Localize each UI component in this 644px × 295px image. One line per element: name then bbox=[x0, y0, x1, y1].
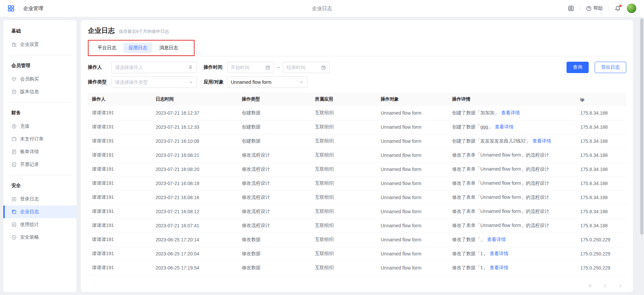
cell-app: 互联组织 bbox=[311, 233, 377, 247]
sidebar: 基础企业设置会员管理会员购买版本信息财务充值未支付订单账单详情开票记录安全登录日… bbox=[3, 20, 76, 292]
login-log-icon bbox=[11, 196, 17, 202]
sidebar-item-label: 开票记录 bbox=[20, 162, 39, 168]
sidebar-item-enterprise-log[interactable]: 企业日志 bbox=[3, 205, 76, 218]
sidebar-item-version-info[interactable]: 版本信息 bbox=[3, 85, 76, 98]
app-object-select[interactable] bbox=[227, 76, 308, 88]
app-object-select-input[interactable] bbox=[231, 79, 297, 85]
operator-select[interactable] bbox=[111, 62, 197, 73]
range-separator: ~ bbox=[277, 65, 280, 70]
notifications-button[interactable] bbox=[614, 5, 621, 12]
cell-app: 互联组织 bbox=[311, 134, 377, 148]
next-page-button[interactable] bbox=[618, 283, 623, 288]
cell-operator: 谭谭谭191 bbox=[88, 148, 152, 162]
sidebar-item-member-purchase[interactable]: 会员购买 bbox=[3, 73, 76, 85]
sidebar-item-usage-stats[interactable]: 使用统计 bbox=[3, 218, 76, 231]
sidebar-item-recharge[interactable]: 充值 bbox=[3, 120, 76, 133]
sidebar-item-company-settings[interactable]: 企业设置 bbox=[3, 38, 76, 51]
window-scrollbar-thumb[interactable] bbox=[640, 18, 643, 235]
cell-operator: 谭谭谭191 bbox=[88, 106, 152, 120]
type-select[interactable] bbox=[111, 76, 197, 88]
export-log-button[interactable]: 导出日志 bbox=[595, 62, 626, 73]
sidebar-item-label: 版本信息 bbox=[20, 89, 39, 95]
contact-book-icon[interactable] bbox=[568, 5, 574, 12]
cell-app: 互联组织 bbox=[311, 148, 377, 162]
cell-type: 修改数据 bbox=[238, 233, 311, 247]
column-header: 操作详情 bbox=[448, 93, 576, 106]
sidebar-item-unpaid-orders[interactable]: 未支付订单 bbox=[3, 133, 76, 145]
security-policy-icon bbox=[11, 235, 17, 240]
type-select-input[interactable] bbox=[115, 79, 186, 85]
unpaid-orders-icon bbox=[11, 136, 17, 142]
tab-0[interactable]: 平台日志 bbox=[93, 43, 121, 53]
sidebar-item-security-policy[interactable]: 安全策略 bbox=[3, 231, 76, 244]
sidebar-item-label: 未支付订单 bbox=[20, 136, 44, 142]
page-title: 企业日志 bbox=[88, 26, 115, 35]
log-table-row: 谭谭谭1912023-07-21 16:10:08创建数据互联组织Unnamed… bbox=[88, 134, 626, 148]
version-info-icon bbox=[11, 89, 17, 95]
start-time-picker[interactable] bbox=[227, 62, 274, 73]
tab-2[interactable]: 消息日志 bbox=[154, 43, 183, 53]
cell-ip: 175.8.34.188 bbox=[576, 134, 626, 148]
app-title: 企业管理 bbox=[23, 5, 43, 12]
sidebar-item-login-log[interactable]: 登录日志 bbox=[3, 193, 76, 205]
prev-page-button[interactable] bbox=[603, 283, 608, 288]
cell-app: 互联组织 bbox=[311, 162, 377, 176]
view-detail-link[interactable]: 查看详情 bbox=[501, 110, 520, 115]
view-detail-link[interactable]: 查看详情 bbox=[490, 265, 508, 270]
query-button[interactable]: 查询 bbox=[567, 62, 589, 73]
operator-filter-label: 操作人 bbox=[88, 64, 111, 70]
cell-operator: 谭谭谭191 bbox=[88, 247, 152, 261]
sidebar-item-invoice-records[interactable]: 开票记录 bbox=[3, 158, 76, 171]
detail-text: 修改了表单「Unnamed flow form」的流程设计 bbox=[452, 223, 549, 228]
view-detail-link[interactable]: 查看详情 bbox=[495, 124, 514, 129]
cell-type: 创建数据 bbox=[238, 106, 311, 120]
log-table-body: 谭谭谭1912023-07-21 16:12:37创建数据互联组织Unnamed… bbox=[88, 106, 626, 275]
cell-detail: 创建了数据「发发发发发曲儿2钱32」查看详情 bbox=[448, 134, 576, 148]
cell-target: Unnamed flow form bbox=[377, 219, 448, 233]
cell-target: Unnamed flow form bbox=[377, 120, 448, 134]
top-header: 企业管理 企业日志 帮助 bbox=[0, 0, 644, 17]
login-log-icon bbox=[11, 196, 17, 202]
cell-time: 2023-07-21 16:08:19 bbox=[152, 176, 238, 190]
cell-type: 修改流程设计 bbox=[238, 148, 311, 162]
cell-ip: 175.8.34.188 bbox=[576, 190, 626, 204]
sidebar-section-title: 会员管理 bbox=[3, 59, 76, 73]
sidebar-item-label: 会员购买 bbox=[20, 76, 39, 82]
sidebar-item-label: 安全策略 bbox=[20, 234, 39, 240]
detail-text: 修改了表单「Unnamed flow form」的流程设计 bbox=[452, 194, 549, 200]
member-purchase-icon bbox=[11, 76, 17, 82]
help-button[interactable]: 帮助 bbox=[586, 5, 603, 11]
header-divider bbox=[608, 6, 609, 11]
view-detail-link[interactable]: 查看详情 bbox=[532, 138, 551, 143]
cell-ip: 175.8.34.188 bbox=[576, 106, 626, 120]
sidebar-item-bill-details[interactable]: 账单详情 bbox=[3, 145, 76, 158]
apps-grid-icon[interactable] bbox=[7, 5, 15, 12]
view-detail-link[interactable]: 查看详情 bbox=[490, 251, 508, 256]
log-table-row: 谭谭谭1912023-06-25 17:19:54修改数据互联组织Unnamed… bbox=[88, 261, 626, 275]
detail-text: 修改了数据「1」 bbox=[452, 251, 488, 256]
tabs-row: 平台日志应用日志消息日志 bbox=[88, 40, 626, 56]
cell-app: 互联组织 bbox=[311, 120, 377, 134]
chevron-down-icon bbox=[189, 80, 193, 84]
company-settings-icon bbox=[11, 42, 17, 47]
view-detail-link[interactable]: 查看详情 bbox=[487, 237, 506, 242]
log-table-row: 谭谭谭1912023-06-25 17:20:04修改数据互联组织Unnamed… bbox=[88, 247, 626, 261]
cell-time: 2023-07-21 16:08:21 bbox=[152, 148, 238, 162]
type-filter-label: 操作类型 bbox=[88, 79, 111, 85]
cell-app: 互联组织 bbox=[311, 261, 377, 275]
cell-time: 2023-07-21 16:08:20 bbox=[152, 162, 238, 176]
cell-target: Unnamed flow form bbox=[377, 247, 448, 261]
operator-input[interactable] bbox=[115, 65, 186, 70]
sidebar-section-title: 安全 bbox=[3, 179, 76, 193]
start-time-input[interactable] bbox=[231, 65, 263, 70]
end-time-picker[interactable] bbox=[283, 62, 330, 73]
cell-type: 修改流程设计 bbox=[238, 176, 311, 190]
tab-1[interactable]: 应用日志 bbox=[123, 43, 152, 53]
cell-time: 2023-07-21 16:10:08 bbox=[152, 134, 238, 148]
cell-type: 修改流程设计 bbox=[238, 162, 311, 176]
first-page-button[interactable] bbox=[588, 283, 593, 288]
end-time-input[interactable] bbox=[286, 65, 319, 70]
cell-ip: 175.8.34.188 bbox=[576, 204, 626, 219]
cell-ip: 175.0.250.229 bbox=[576, 261, 626, 275]
user-avatar[interactable] bbox=[627, 3, 637, 13]
